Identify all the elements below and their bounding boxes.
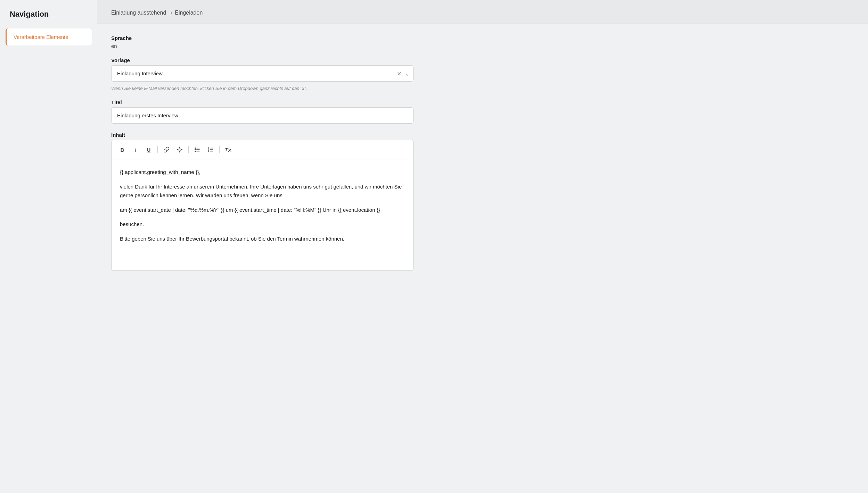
sidebar-title: Navigation [6,7,92,24]
vorlage-label: Vorlage [111,57,417,63]
main-content: Einladung ausstehend → Eingeladen Sprach… [97,0,868,493]
editor-container: B I U [111,140,413,271]
svg-text:3: 3 [208,150,209,152]
editor-para-4: besuchen. [120,220,405,229]
sprache-label: Sprache [111,35,417,41]
content-area: Sprache en Vorlage Einladung Interview ✕… [97,24,431,282]
svg-point-4 [195,148,196,148]
sidebar-item-verarbeitbare-elemente[interactable]: Verarbeitbare Elemente [6,28,92,45]
toolbar-separator-3 [219,146,220,153]
inhalt-label: Inhalt [111,132,417,138]
svg-point-5 [195,149,196,150]
ordered-list-button[interactable]: 1 2 3 [205,144,216,156]
clear-format-button[interactable]: T [222,144,234,156]
sprache-value: en [111,43,417,49]
vorlage-field: Vorlage Einladung Interview ✕ ⌄ Wenn Sie… [111,57,417,91]
sprache-field: Sprache en [111,35,417,49]
inhalt-field: Inhalt B I U [111,132,417,271]
editor-para-3: am {{ event.start_date | date: "%d.%m.%Y… [120,206,405,215]
titel-label: Titel [111,99,417,105]
vorlage-hint: Wenn Sie keine E-Mail versenden möchten,… [111,86,417,91]
sidebar: Navigation Verarbeitbare Elemente [0,0,97,493]
editor-para-2: vielen Dank für Ihr Interesse an unserem… [120,182,405,200]
underline-button[interactable]: U [143,144,155,156]
svg-point-6 [195,151,196,151]
bold-button[interactable]: B [116,144,128,156]
editor-para-1: {{ applicant.greeting_with_name }}, [120,168,405,177]
toolbar-separator-1 [157,146,158,153]
bullet-list-button[interactable] [191,144,203,156]
svg-text:T: T [225,147,228,152]
editor-para-5: Bitte geben Sie uns über Ihr Bewerbungsp… [120,234,405,243]
breadcrumb: Einladung ausstehend → Eingeladen [111,10,854,16]
vorlage-dropdown[interactable]: Einladung Interview [111,65,413,82]
titel-field: Titel [111,99,417,124]
link-button[interactable] [161,144,172,156]
toolbar-separator-2 [188,146,189,153]
editor-body[interactable]: {{ applicant.greeting_with_name }}, viel… [112,159,413,270]
magic-button[interactable] [174,144,186,156]
titel-input[interactable] [111,107,413,124]
italic-button[interactable]: I [130,144,141,156]
main-header: Einladung ausstehend → Eingeladen [97,0,868,24]
editor-toolbar: B I U [112,140,413,159]
vorlage-dropdown-wrapper: Einladung Interview ✕ ⌄ [111,65,413,82]
